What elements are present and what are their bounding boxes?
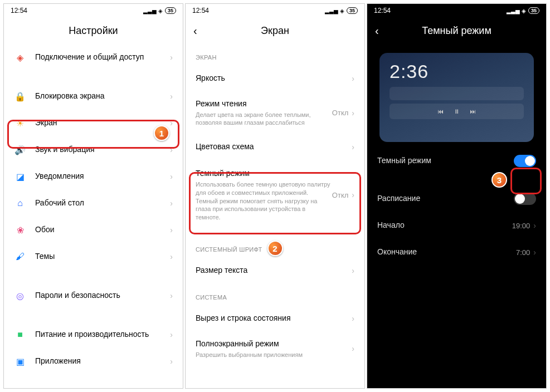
dark-mode-screen: 12:54 ▂▃▅ ◈ 35 ‹ Темный режим 2:36 ⏮ ⏸ ⏭…: [367, 3, 547, 389]
chevron-right-icon: ›: [352, 109, 354, 117]
dark-mode-toggle[interactable]: [514, 155, 536, 167]
battery-icon: 35: [528, 7, 539, 14]
row-color-scheme[interactable]: Цветовая схема ›: [186, 134, 364, 160]
status-time: 12:54: [11, 7, 27, 14]
settings-screen: 12:54 ▂▃▅ ◈ 35 Настройки ◈ Подключение и…: [3, 3, 183, 389]
preview-widget: [390, 87, 524, 100]
header: ‹ Темный режим: [367, 17, 546, 44]
chevron-right-icon: ›: [352, 266, 354, 275]
back-button[interactable]: ‹: [375, 24, 379, 37]
chevron-right-icon: ›: [170, 199, 173, 208]
battery-icon: 35: [165, 7, 176, 14]
chevron-right-icon: ›: [352, 74, 354, 83]
chevron-right-icon: ›: [170, 291, 173, 300]
lock-icon: 🔒: [14, 90, 26, 102]
display-screen: 12:54 ▂▃▅ ◈ 35 ‹ Экран ЭКРАН Яркость › Р…: [185, 3, 365, 389]
chevron-right-icon: ›: [170, 226, 173, 234]
row-brightness[interactable]: Яркость ›: [186, 65, 364, 92]
status-bar: 12:54 ▂▃▅ ◈ 35: [186, 4, 364, 17]
battery-icon: ■: [14, 329, 26, 341]
row-notch[interactable]: Вырез и строка состояния ›: [186, 305, 364, 332]
chevron-right-icon: ›: [352, 190, 354, 199]
home-icon: ⌂: [14, 197, 26, 209]
chevron-right-icon: ›: [352, 344, 354, 353]
chevron-right-icon: ›: [170, 252, 173, 261]
row-security[interactable]: ◎ Пароли и безопасность ›: [4, 282, 183, 309]
status-bar: 12:54 ▂▃▅ ◈ 35: [367, 4, 546, 17]
header: Настройки: [4, 17, 183, 44]
back-button[interactable]: ‹: [193, 24, 197, 37]
annotation-badge-1: 1: [154, 125, 169, 141]
chevron-right-icon: ›: [170, 330, 173, 339]
row-text-size[interactable]: Размер текста ›: [186, 257, 364, 284]
chevron-right-icon: ›: [170, 145, 173, 154]
row-apps[interactable]: ▣ Приложения ›: [4, 348, 183, 375]
chevron-right-icon: ›: [170, 357, 173, 366]
preview-media-controls: ⏮ ⏸ ⏭: [390, 104, 524, 119]
apps-icon: ▣: [14, 355, 26, 367]
row-start-time[interactable]: Начало 19:00›: [367, 212, 546, 239]
row-fullscreen[interactable]: Полноэкранный режим Разрешить выбранным …: [186, 332, 364, 365]
sun-icon: ☀: [14, 117, 26, 129]
row-wallpaper[interactable]: ❀ Обои ›: [4, 217, 183, 243]
dark-mode-content: 2:36 ⏮ ⏸ ⏭ 3 Темный режим Расписание Нач…: [367, 44, 546, 388]
row-reading-mode[interactable]: Режим чтения Делает цвета на экране боле…: [186, 92, 364, 134]
row-dark-mode-toggle[interactable]: Темный режим: [367, 148, 546, 174]
row-schedule-toggle[interactable]: Расписание: [367, 185, 546, 212]
page-title: Экран: [261, 25, 289, 37]
settings-list[interactable]: ◈ Подключение и общий доступ › 🔒 Блокиро…: [4, 44, 183, 388]
speaker-icon: 🔊: [14, 144, 26, 156]
signal-icons: ▂▃▅ ◈: [143, 8, 163, 14]
chevron-right-icon: ›: [533, 248, 536, 257]
status-bar: 12:54 ▂▃▅ ◈ 35: [4, 4, 183, 17]
row-notifications[interactable]: ◪ Уведомления ›: [4, 163, 183, 190]
section-screen: ЭКРАН: [186, 44, 364, 65]
row-end-time[interactable]: Окончание 7:00›: [367, 239, 546, 266]
row-themes[interactable]: 🖌 Темы ›: [4, 243, 183, 270]
status-time: 12:54: [192, 7, 209, 14]
header: ‹ Экран: [186, 17, 364, 44]
preview-clock: 2:36: [390, 61, 524, 82]
dark-mode-preview: 2:36 ⏮ ⏸ ⏭: [379, 53, 534, 142]
battery-icon: 35: [347, 7, 358, 14]
signal-icons: ▂▃▅ ◈: [507, 8, 526, 14]
pause-icon: ⏸: [454, 108, 460, 115]
display-list[interactable]: ЭКРАН Яркость › Режим чтения Делает цвет…: [186, 44, 364, 388]
dark-mode-value: Откл: [332, 191, 349, 199]
row-battery[interactable]: ■ Питание и производительность ›: [4, 321, 183, 348]
chevron-right-icon: ›: [352, 143, 354, 151]
themes-icon: 🖌: [14, 251, 26, 263]
reading-value: Откл: [332, 109, 349, 117]
notification-icon: ◪: [14, 170, 26, 183]
chevron-right-icon: ›: [170, 172, 173, 181]
chevron-right-icon: ›: [170, 53, 173, 62]
annotation-badge-2: 2: [267, 241, 283, 256]
row-sound[interactable]: 🔊 Звук и вибрация ›: [4, 136, 183, 163]
end-value: 7:00: [516, 248, 530, 257]
row-lock-screen[interactable]: 🔒 Блокировка экрана ›: [4, 83, 183, 110]
chevron-right-icon: ›: [352, 314, 354, 323]
row-dark-mode[interactable]: Темный режим Использовать более темную ц…: [186, 160, 364, 229]
signal-icons: ▂▃▅ ◈: [325, 8, 344, 14]
section-system: СИСТЕМА: [186, 284, 364, 305]
schedule-toggle[interactable]: [514, 193, 536, 205]
status-time: 12:54: [374, 7, 391, 14]
page-title: Темный режим: [422, 25, 491, 37]
chevron-right-icon: ›: [170, 92, 173, 101]
row-home-screen[interactable]: ⌂ Рабочий стол ›: [4, 190, 183, 217]
row-connection-sharing[interactable]: ◈ Подключение и общий доступ ›: [4, 44, 183, 71]
share-icon: ◈: [14, 51, 26, 63]
prev-icon: ⏮: [437, 108, 444, 115]
next-icon: ⏭: [470, 108, 476, 115]
chevron-right-icon: ›: [533, 221, 536, 230]
annotation-badge-3: 3: [491, 172, 507, 188]
start-value: 19:00: [512, 222, 530, 230]
chevron-right-icon: ›: [170, 119, 173, 128]
page-title: Настройки: [69, 25, 118, 37]
fingerprint-icon: ◎: [14, 290, 26, 302]
wallpaper-icon: ❀: [14, 224, 26, 236]
